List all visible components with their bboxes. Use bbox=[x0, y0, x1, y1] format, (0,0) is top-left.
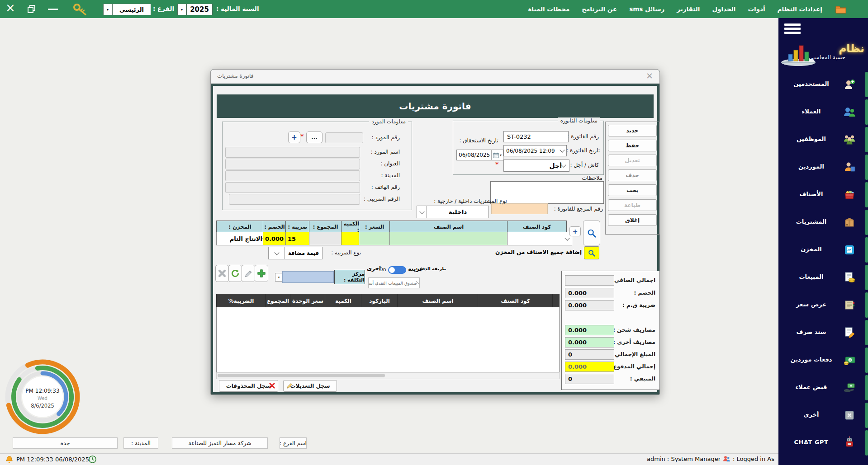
cashbox-select[interactable]: صندوق المبيعات النقدي أستك bbox=[368, 277, 420, 288]
supplier-city-field[interactable] bbox=[225, 170, 360, 181]
sidebar-item-other[interactable]: أخرى bbox=[778, 403, 868, 428]
invoice-no-field[interactable]: ST-0232 bbox=[503, 131, 569, 142]
grid-hscrollbar[interactable] bbox=[216, 372, 560, 379]
minimize-window-icon[interactable] bbox=[48, 9, 58, 10]
fiscal-year-arrow[interactable]: ▾ bbox=[177, 4, 186, 15]
invoice-date-value: 06/08/2025 12:09 bbox=[506, 148, 560, 154]
entry-name-cell[interactable] bbox=[389, 232, 508, 245]
search-button[interactable]: بحث bbox=[608, 184, 657, 196]
sidebar-item-employees[interactable]: الموظفين bbox=[778, 127, 868, 152]
clock-icon bbox=[89, 456, 96, 463]
toggle-on-label: On bbox=[379, 267, 386, 272]
sidebar-item-clients[interactable]: العملاء bbox=[778, 99, 868, 125]
remaining-value: 0 bbox=[565, 374, 614, 384]
sidebar-item-users[interactable]: المستخدمين bbox=[778, 72, 868, 97]
supplier-tax-field[interactable] bbox=[229, 194, 360, 205]
menu-item-tools[interactable]: أدوات bbox=[748, 5, 765, 13]
branch-select[interactable]: الرئيسي bbox=[112, 4, 151, 15]
entry-total-cell[interactable] bbox=[309, 232, 342, 245]
terms-field[interactable]: أجل bbox=[503, 160, 569, 172]
shipping-label: مصاريف شحن : bbox=[609, 327, 655, 333]
chevron-down-icon bbox=[564, 235, 569, 240]
purchase-type-value: داخلية bbox=[449, 208, 467, 216]
menu-item-about[interactable]: عن البرنامج bbox=[582, 5, 617, 13]
key-icon[interactable] bbox=[72, 3, 88, 15]
sidebar-item-supplier-payments[interactable]: دفعات موردين bbox=[778, 348, 868, 373]
item-accent-bar bbox=[865, 375, 868, 400]
row-edit-button[interactable] bbox=[242, 265, 255, 282]
other-expenses-value[interactable]: 0.000 bbox=[565, 337, 614, 348]
menu-item-water-stations[interactable]: محطات المياة bbox=[528, 5, 569, 13]
sidebar-item-warehouse[interactable]: المخزن bbox=[778, 237, 868, 263]
sidebar-item-payment-voucher[interactable]: سند صرف bbox=[778, 320, 868, 345]
grid-body[interactable] bbox=[216, 307, 560, 373]
close-window-icon[interactable]: × bbox=[5, 1, 15, 14]
deleted-log-button[interactable]: سجل المحذوفات bbox=[219, 380, 278, 392]
menu-item-reports[interactable]: التقارير bbox=[677, 5, 700, 13]
cost-center-field[interactable] bbox=[282, 271, 334, 283]
entry-add-button[interactable]: + bbox=[569, 226, 581, 236]
ref-no-field[interactable] bbox=[491, 203, 548, 214]
sidebar-item-sales[interactable]: المبيعات bbox=[778, 265, 868, 290]
ref-no-label: رقم المرجع للفاتورة : bbox=[549, 206, 603, 212]
fiscal-year-select[interactable]: 2025 bbox=[186, 4, 213, 15]
cost-center-arrow[interactable]: ▾ bbox=[275, 273, 283, 282]
tax-type-field[interactable]: قيمة مضافة bbox=[285, 247, 323, 259]
pencil-icon bbox=[244, 269, 253, 278]
dialog-close-icon[interactable]: × bbox=[646, 70, 653, 80]
discount-total-value[interactable]: 0.000 bbox=[565, 288, 614, 298]
supplier-browse-button[interactable]: ... bbox=[306, 132, 323, 143]
vat-total-value[interactable]: 0.000 bbox=[565, 300, 614, 310]
row-delete-button[interactable] bbox=[215, 265, 229, 282]
scrollbar-thumb[interactable] bbox=[218, 374, 385, 377]
fiscal-year-value: 2025 bbox=[190, 5, 209, 14]
payment-toggle[interactable] bbox=[388, 266, 406, 274]
menu-item-system-settings[interactable]: إعدادات النظام bbox=[778, 5, 822, 13]
restore-window-icon[interactable] bbox=[27, 5, 36, 14]
sidebar-item-items[interactable]: الأصناف bbox=[778, 182, 868, 207]
delete-button[interactable]: حذف bbox=[608, 169, 657, 181]
add-all-search-button[interactable] bbox=[584, 246, 599, 259]
purchase-type-field[interactable]: داخلية bbox=[427, 206, 489, 218]
calendar-icon[interactable]: ▾ bbox=[491, 150, 503, 160]
invoice-date-field[interactable]: 06/08/2025 12:09 bbox=[503, 145, 567, 156]
entry-warehouse-select[interactable]: الانتاج التام bbox=[216, 232, 269, 245]
hamburger-menu-icon[interactable] bbox=[784, 23, 801, 34]
sidebar-item-chatgpt[interactable]: CHAT GPT bbox=[778, 430, 868, 456]
entry-code-select[interactable] bbox=[507, 232, 572, 245]
supplier-add-button[interactable]: + bbox=[288, 132, 300, 143]
save-button[interactable]: حفظ bbox=[608, 140, 657, 151]
entry-search-button[interactable] bbox=[583, 221, 600, 245]
row-refresh-button[interactable] bbox=[228, 265, 242, 282]
purchase-type-arrow[interactable] bbox=[417, 206, 427, 218]
edit-button[interactable]: تعديل bbox=[608, 155, 657, 166]
paid-total-value[interactable]: 0.000 bbox=[565, 362, 614, 372]
menu-item-sms[interactable]: رسائل sms bbox=[629, 5, 664, 13]
sidebar-item-suppliers[interactable]: الموردين bbox=[778, 155, 868, 180]
shipping-value[interactable]: 0.000 bbox=[565, 325, 614, 335]
add-all-items-label[interactable]: إضافة جميع الاصناف من المخزن bbox=[509, 249, 582, 255]
new-button[interactable]: جديد bbox=[608, 125, 657, 136]
close-button[interactable]: إغلاق bbox=[608, 214, 657, 226]
supplier-no-field[interactable] bbox=[325, 132, 363, 143]
sidebar-item-purchases[interactable]: المشتريات bbox=[778, 210, 868, 235]
due-date-field[interactable]: 06/08/2025 ▾ bbox=[456, 150, 503, 160]
status-logged-text: : Logged in As bbox=[733, 456, 774, 462]
supplier-name-field[interactable] bbox=[225, 147, 360, 158]
supplier-address-field[interactable] bbox=[225, 159, 360, 169]
menu-item-tables[interactable]: الجداول bbox=[712, 5, 735, 13]
print-button[interactable]: طباعة bbox=[608, 199, 657, 211]
entry-qty-cell[interactable] bbox=[341, 232, 360, 245]
dialog-title-bar[interactable]: فاتورة مشتريات × bbox=[211, 70, 659, 84]
company-name-box: شركة مسار التميز للصناعة bbox=[172, 437, 268, 449]
supplier-phone-field[interactable] bbox=[225, 182, 360, 193]
edits-log-button[interactable]: سجل التعديلات bbox=[283, 380, 337, 392]
tax-type-arrow[interactable] bbox=[268, 247, 285, 259]
branch-select-arrow[interactable]: ▾ bbox=[103, 4, 112, 15]
bell-icon[interactable] bbox=[5, 456, 13, 463]
items-crate-icon bbox=[844, 189, 855, 201]
entry-price-cell[interactable] bbox=[359, 232, 390, 245]
row-add-button[interactable] bbox=[255, 265, 268, 282]
sidebar-item-customer-receipts[interactable]: قبض عملاء bbox=[778, 375, 868, 400]
sidebar-item-price-quote[interactable]: عرض سعر bbox=[778, 292, 868, 318]
